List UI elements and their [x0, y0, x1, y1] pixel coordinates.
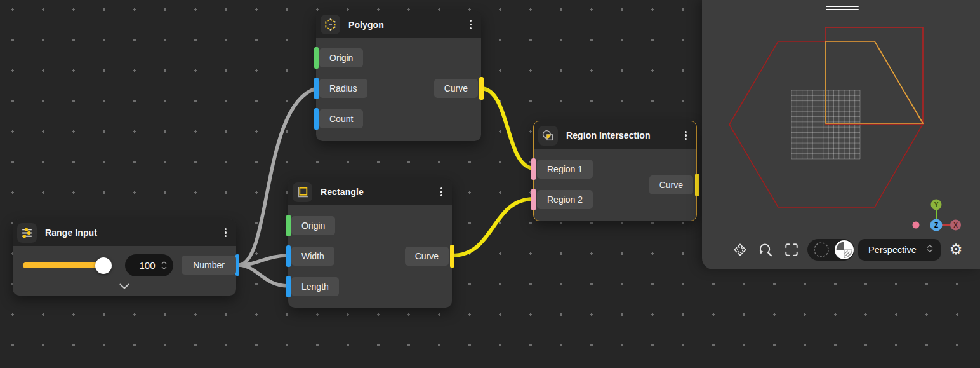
port-label-length[interactable]: Length: [291, 277, 339, 296]
axis-negx-dot[interactable]: [913, 222, 920, 229]
port-in-length[interactable]: [286, 276, 291, 297]
port-label-origin[interactable]: Origin: [319, 48, 363, 67]
node-range-input[interactable]: Range Input 100 Number: [13, 219, 236, 296]
node-region-intersection-title: Region Intersection: [566, 130, 651, 140]
port-label-origin[interactable]: Origin: [291, 216, 335, 235]
stepper-down-icon: [161, 266, 167, 269]
port-label-radius[interactable]: Radius: [319, 79, 368, 98]
value-stepper[interactable]: [161, 261, 167, 269]
kebab-menu-icon[interactable]: [468, 17, 473, 32]
port-label-region1[interactable]: Region 1: [537, 160, 593, 179]
range-value-field[interactable]: 100: [125, 254, 173, 276]
pan-icon[interactable]: [732, 242, 748, 257]
svg-text:Y: Y: [934, 201, 939, 208]
port-out-curve[interactable]: [479, 77, 484, 100]
node-polygon-header[interactable]: Polygon: [316, 11, 481, 38]
port-label-count[interactable]: Count: [319, 109, 363, 128]
node-region-intersection[interactable]: Region Intersection Region 1 Region 2 Cu…: [533, 121, 697, 221]
port-label-curve-out[interactable]: Curve: [405, 247, 449, 266]
port-label-region2[interactable]: Region 2: [537, 190, 593, 209]
port-in-radius[interactable]: [314, 78, 319, 99]
port-in-origin[interactable]: [286, 215, 291, 236]
svg-text:Z: Z: [934, 222, 938, 229]
projection-dropdown-value: Perspective: [868, 245, 927, 255]
port-in-count[interactable]: [314, 108, 319, 130]
kebab-menu-icon[interactable]: [439, 184, 444, 200]
port-label-curve-out[interactable]: Curve: [649, 175, 693, 194]
node-range-input-header[interactable]: Range Input: [13, 219, 236, 246]
projection-dropdown[interactable]: Perspective: [858, 239, 941, 261]
wire-number-to-length[interactable]: [239, 265, 288, 286]
node-polygon-title: Polygon: [348, 20, 384, 30]
port-out-curve[interactable]: [695, 174, 699, 196]
render-mode-shaded-icon: [835, 240, 854, 259]
stepper-up-icon: [161, 261, 167, 264]
range-value: 100: [137, 260, 157, 271]
node-range-input-title: Range Input: [45, 228, 97, 238]
port-label-number-out[interactable]: Number: [182, 256, 236, 275]
node-rectangle-header[interactable]: Rectangle: [288, 179, 452, 205]
sliders-icon: [17, 223, 37, 243]
axis-gizmo[interactable]: Y X Z: [913, 200, 962, 231]
kebab-menu-icon[interactable]: [223, 225, 228, 241]
range-slider-thumb[interactable]: [95, 257, 112, 274]
viewport-scene[interactable]: Y X Z: [702, 0, 980, 269]
node-region-intersection-header[interactable]: Region Intersection: [534, 121, 696, 149]
viewport-3d-panel[interactable]: Y X Z: [702, 0, 980, 269]
reset-view-icon[interactable]: [758, 242, 773, 257]
port-in-region1[interactable]: [531, 158, 536, 180]
port-in-region2[interactable]: [531, 189, 536, 210]
port-out-curve[interactable]: [450, 245, 454, 268]
node-editor-app: { "nodes": { "polygon": { "title": "Poly…: [0, 0, 980, 368]
port-label-curve-out[interactable]: Curve: [434, 79, 478, 98]
port-in-origin[interactable]: [314, 47, 319, 69]
svg-text:X: X: [953, 222, 958, 229]
node-rectangle-title: Rectangle: [321, 187, 364, 197]
node-polygon[interactable]: Polygon Origin Radius Count Curve: [316, 11, 481, 141]
dropdown-updown-chevrons-icon: [927, 244, 933, 256]
fit-view-icon[interactable]: [784, 242, 799, 257]
hexagon-dashed-icon: [321, 15, 340, 34]
port-in-width[interactable]: [286, 245, 291, 267]
boolean-intersection-icon: [538, 126, 558, 146]
settings-gear-icon[interactable]: ⚙: [948, 241, 964, 257]
kebab-menu-icon[interactable]: [683, 128, 689, 144]
collapse-chevron-icon[interactable]: [119, 280, 129, 292]
render-mode-wireframe-icon: [814, 243, 828, 257]
wire-polygon-curve-to-region1[interactable]: [481, 88, 534, 168]
render-mode-toggle[interactable]: [807, 239, 854, 261]
wire-rectangle-curve-to-region2[interactable]: [452, 199, 534, 256]
port-label-width[interactable]: Width: [291, 247, 334, 266]
rectangle-dimensions-icon: [293, 182, 312, 202]
node-rectangle[interactable]: Rectangle Origin Width Length Curve: [288, 179, 452, 308]
